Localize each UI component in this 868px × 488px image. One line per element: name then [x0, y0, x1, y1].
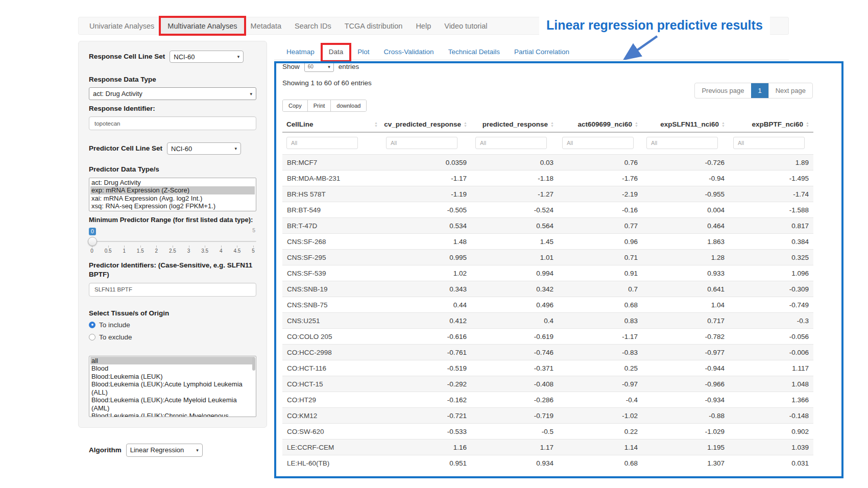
slider-tick-4-5: 4.5 — [233, 248, 240, 254]
predictor-identifiers-input[interactable] — [89, 283, 256, 297]
listbox-option-act-drug-activity[interactable]: act: Drug Activity — [90, 179, 255, 187]
cell-line-name: CNS:SF-268 — [282, 234, 382, 250]
column-header-cellline[interactable]: CellLine▲▼ — [282, 117, 382, 132]
cell-value: 1.17 — [471, 440, 558, 455]
nav-item-metadata[interactable]: Metadata — [244, 17, 288, 34]
pagination-previous-button[interactable]: Previous page — [695, 83, 751, 98]
download-button[interactable]: download — [330, 100, 366, 111]
cell-value: 0.564 — [471, 218, 558, 234]
listbox-option-all[interactable]: all — [90, 357, 255, 365]
tab-partial-correlation[interactable]: Partial Correlation — [507, 44, 576, 60]
nav-item-multivariate-analyses[interactable]: Multivariate Analyses — [161, 17, 244, 34]
response-identifier-input[interactable] — [89, 116, 256, 130]
cell-value: -0.83 — [558, 345, 642, 360]
cell-value: 0.933 — [642, 265, 729, 281]
listbox-option-xsq-rna-seq-expression-log2-fpkm-1[interactable]: xsq: RNA-seq Expression (log2 FPKM+1.) — [90, 202, 255, 210]
listbox-option-blood-leukemia-leuk[interactable]: Blood:Leukemia (LEUK) — [90, 373, 255, 381]
table-row: BR:MDA-MB-231-1.17-1.18-1.76-0.94-1.495 — [282, 170, 813, 186]
radio-icon — [89, 322, 95, 328]
nav-item-video-tutorial[interactable]: Video tutorial — [438, 17, 494, 34]
table-row: CNS:U2510.4120.40.830.717-0.3 — [282, 313, 813, 329]
radio-to-include[interactable]: To include — [89, 321, 256, 329]
column-header-predicted-response[interactable]: predicted_response▲▼ — [471, 117, 558, 132]
cell-value: 1.89 — [729, 155, 813, 170]
filter-input-expslfn11-nci60[interactable] — [646, 137, 718, 149]
radio-to-exclude[interactable]: To exclude — [89, 333, 256, 341]
nav-item-help[interactable]: Help — [409, 17, 438, 34]
filter-input-predicted-response[interactable] — [475, 137, 547, 149]
cell-value: -0.616 — [382, 329, 471, 345]
cell-line-name: CO:SW-620 — [282, 424, 382, 440]
listbox-option-blood[interactable]: Blood — [90, 364, 255, 373]
copy-button[interactable]: Copy — [283, 100, 307, 111]
algorithm-select[interactable]: Linear Regression ▾ — [126, 444, 203, 457]
cell-line-name: BR:HS 578T — [282, 186, 382, 202]
nav-item-search-ids[interactable]: Search IDs — [288, 17, 338, 34]
sort-icon[interactable]: ▲▼ — [721, 121, 725, 128]
response-data-type-select[interactable]: act: Drug Activity ▾ — [89, 87, 256, 100]
cell-value: -0.94 — [642, 170, 729, 186]
pagination-page-1-button[interactable]: 1 — [751, 83, 768, 98]
cell-value: 1.117 — [729, 360, 813, 376]
cell-value: -0.721 — [382, 408, 471, 424]
predictor-cell-line-set-select[interactable]: NCI-60 ▾ — [167, 142, 241, 155]
pagination-next-button[interactable]: Next page — [768, 83, 812, 98]
sort-icon[interactable]: ▲▼ — [635, 121, 638, 128]
table-row: CO:HCC-2998-0.761-0.746-0.83-0.977-0.006 — [282, 345, 813, 360]
tab-cross-validation[interactable]: Cross-Validation — [377, 44, 441, 60]
listbox-option-blood-leukemia-leuk-chronic-myelogenous-leukemia-cml[interactable]: Blood:Leukemia (LEUK):Chronic Myelogenou… — [90, 412, 255, 417]
listbox-option-blood-leukemia-leuk-acute-lymphoid-leukemia-all[interactable]: Blood:Leukemia (LEUK):Acute Lymphoid Leu… — [90, 380, 255, 396]
cell-line-name: LE:HL-60(TB) — [282, 455, 382, 471]
cell-value: 1.048 — [729, 376, 813, 392]
filter-input-cellline[interactable] — [286, 137, 358, 149]
chevron-down-icon: ▾ — [235, 146, 237, 151]
print-button[interactable]: Print — [307, 100, 331, 111]
sort-icon[interactable]: ▲▼ — [374, 121, 378, 128]
tab-plot[interactable]: Plot — [350, 44, 376, 60]
tab-data[interactable]: Data — [322, 44, 351, 60]
cell-line-name: CNS:SNB-75 — [282, 297, 382, 313]
table-filter-row — [282, 132, 813, 155]
response-data-type-value: act: Drug Activity — [93, 90, 142, 97]
tissue-origin-label: Select Tissue/s of Origin — [89, 309, 256, 318]
listbox-scrollbar[interactable] — [252, 357, 255, 371]
nav-item-tcga-distribution[interactable]: TCGA distribution — [338, 17, 409, 34]
tab-technical-details[interactable]: Technical Details — [441, 44, 507, 60]
tab-heatmap[interactable]: Heatmap — [279, 44, 322, 60]
tissue-listbox: allBloodBlood:Leukemia (LEUK)Blood:Leuke… — [89, 356, 256, 417]
listbox-option-exp-mrna-expression-z-score[interactable]: exp: mRNA Expression (Z-Score) — [90, 186, 255, 194]
slider-track[interactable] — [89, 237, 256, 246]
column-header-expbptf-nci60[interactable]: expBPTF_nci60▲▼ — [729, 117, 813, 132]
cell-value: 0.25 — [558, 360, 642, 376]
cell-value: -0.16 — [558, 202, 642, 218]
sort-icon[interactable]: ▲▼ — [464, 121, 467, 128]
cell-value: 0.68 — [558, 297, 642, 313]
column-header-expslfn11-nci60[interactable]: expSLFN11_nci60▲▼ — [642, 117, 729, 132]
column-header-label: cv_predicted_response — [384, 120, 461, 128]
column-header-act609699-nci60[interactable]: act609699_nci60▲▼ — [558, 117, 642, 132]
cell-value: -0.371 — [471, 360, 558, 376]
slider-handle[interactable] — [88, 237, 97, 246]
cell-value: -0.519 — [382, 360, 471, 376]
nav-item-univariate-analyses[interactable]: Univariate Analyses — [83, 17, 161, 34]
response-cell-line-set-value: NCI-60 — [174, 53, 195, 61]
slider-tick-2: 2 — [154, 248, 159, 254]
sort-icon[interactable]: ▲▼ — [550, 121, 554, 128]
cell-value: 0.44 — [382, 297, 471, 313]
show-entries-select[interactable]: 60 ▾ — [304, 61, 334, 72]
filter-input-cv-predicted-response[interactable] — [386, 137, 457, 149]
listbox-option-blood-leukemia-leuk-acute-myeloid-leukemia-aml[interactable]: Blood:Leukemia (LEUK):Acute Myeloid Leuk… — [90, 396, 255, 412]
chevron-down-icon: ▾ — [328, 64, 330, 69]
cell-line-name: CO:HCC-2998 — [282, 345, 382, 360]
listbox-option-xai-mrna-expression-avg-log2-int[interactable]: xai: mRNA Expression (Avg. log2 Int.) — [90, 194, 255, 203]
cell-line-name: BR:BT-549 — [282, 202, 382, 218]
cell-value: -0.286 — [471, 392, 558, 408]
response-cell-line-set-select[interactable]: NCI-60 ▾ — [170, 51, 244, 63]
cell-line-name: CO:HCT-116 — [282, 360, 382, 376]
table-row: CNS:SF-2950.9951.010.711.280.325 — [282, 250, 813, 265]
column-header-cv-predicted-response[interactable]: cv_predicted_response▲▼ — [382, 117, 471, 132]
filter-input-act609699-nci60[interactable] — [562, 137, 634, 149]
sort-icon[interactable]: ▲▼ — [806, 121, 809, 128]
filter-input-expbptf-nci60[interactable] — [733, 137, 805, 149]
slider-line — [89, 241, 256, 242]
